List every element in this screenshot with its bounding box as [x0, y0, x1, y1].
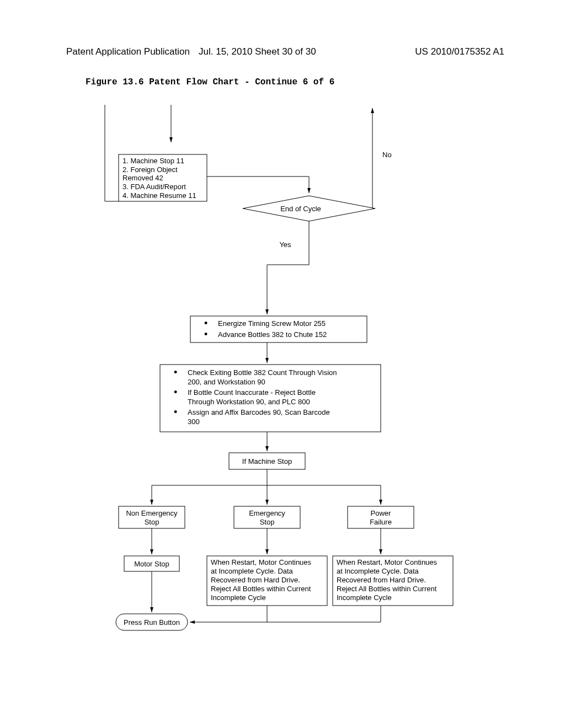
restart-m-l5: Incomplete Cycle [211, 593, 266, 602]
figure-title: Figure 13.6 Patent Flow Chart - Continue… [86, 77, 334, 87]
end-of-cycle-label: End of Cycle [280, 205, 321, 213]
check-b3a: Assign and Affix Barcodes 90, Scan Barco… [188, 408, 330, 416]
non-em-l1: Non Emergency [126, 509, 178, 517]
power-l1: Power [371, 509, 392, 517]
check-b1b: 200, and Workstation 90 [188, 378, 265, 386]
page-header: Patent Application Publication Jul. 15, … [66, 46, 504, 57]
restart-m-l2: at Incomplete Cycle. Data [211, 567, 294, 575]
restart-m-l3: Recovered from Hard Drive. [211, 576, 300, 584]
actions-list-l1: 1. Machine Stop 11 [122, 157, 184, 165]
decision-no-label: No [382, 151, 392, 159]
check-b1a: Check Exiting Bottle 382 Count Through V… [188, 368, 337, 377]
check-b2b: Through Workstation 90, and PLC 800 [188, 398, 310, 406]
restart-m-l4: Reject All Bottles within Current [211, 585, 311, 593]
bullet-icon: • [174, 367, 177, 378]
restart-r-l4: Reject All Bottles within Current [337, 585, 437, 593]
bullet-icon: • [204, 329, 207, 340]
restart-r-l5: Incomplete Cycle [337, 593, 392, 602]
actions-list-l3: 3. FDA Audit/Report [122, 183, 186, 191]
energize-b1: Energize Timing Screw Motor 255 [218, 319, 326, 328]
header-right: US 2010/0175352 A1 [415, 46, 504, 57]
em-l1: Emergency [249, 509, 285, 517]
check-b3b: 300 [188, 417, 200, 426]
energize-b2: Advance Bottles 382 to Chute 152 [218, 330, 327, 339]
bullet-icon: • [204, 318, 207, 329]
header-mid: Jul. 15, 2010 Sheet 30 of 30 [199, 46, 316, 57]
restart-r-l2: at Incomplete Cycle. Data [337, 567, 419, 575]
restart-m-l1: When Restart, Motor Continues [211, 558, 312, 566]
restart-r-l3: Recovered from Hard Drive. [337, 576, 426, 584]
restart-r-l1: When Restart, Motor Continues [337, 558, 438, 566]
press-run-label: Press Run Button [124, 618, 180, 627]
bullet-icon: • [174, 406, 177, 417]
non-em-l2: Stop [145, 518, 159, 526]
em-l2: Stop [260, 518, 275, 526]
if-machine-stop-label: If Machine Stop [242, 457, 292, 465]
flowchart-diagram: 1. Machine Stop 11 2. Foreign Object Rem… [66, 105, 486, 684]
header-left: Patent Application Publication [66, 46, 190, 57]
bullet-icon: • [174, 387, 177, 398]
motor-stop-label: Motor Stop [134, 560, 169, 568]
actions-list-l2b: Removed 42 [122, 174, 163, 182]
decision-yes-label: Yes [279, 240, 291, 249]
power-l2: Failure [370, 518, 392, 526]
actions-list-l2: 2. Foreign Object [122, 165, 178, 174]
actions-list-l4: 4. Machine Resume 11 [122, 191, 196, 200]
check-b2a: If Bottle Count Inaccurate - Reject Bott… [188, 388, 316, 397]
